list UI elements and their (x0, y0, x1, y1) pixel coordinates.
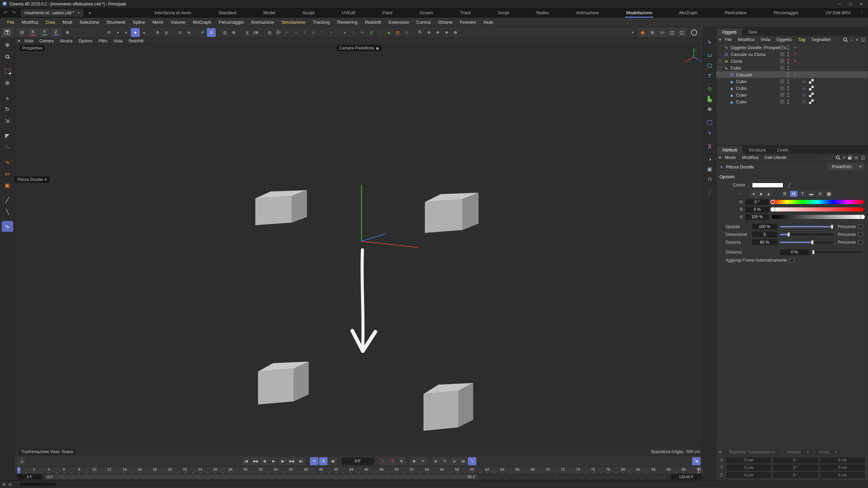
particle-force-icon[interactable]: ∗ (442, 28, 451, 37)
key-filter-button[interactable]: ╲ (468, 457, 476, 465)
vp-menu-opzioni[interactable]: Opzioni (75, 39, 95, 43)
search-icon[interactable] (843, 38, 847, 41)
picker-wheel-icon[interactable]: ● (750, 191, 757, 197)
menu-tracking[interactable]: Tracking (309, 18, 333, 26)
hsv-gradient-slider[interactable] (772, 207, 864, 211)
menu-personaggio[interactable]: Personaggio (215, 18, 247, 26)
ring-selection-icon[interactable]: ◎ (220, 28, 229, 37)
slider-knob[interactable] (770, 207, 775, 212)
menu-crea[interactable]: Crea (42, 18, 59, 26)
spline-primitive-icon[interactable]: ▭ (2, 168, 13, 179)
workspace-overflow-icon[interactable]: ⋮ (857, 10, 866, 15)
space-dropdown[interactable]: Globale▼ (784, 449, 813, 455)
layer-toggle-icon[interactable]: ╱ (780, 72, 785, 77)
object-tree-empty[interactable] (716, 106, 868, 145)
workspace-tab-personaggio[interactable]: Personaggio (771, 8, 801, 17)
visibility-dots-icon[interactable] (787, 45, 789, 50)
cloner-icon[interactable]: ⊙ (705, 84, 715, 94)
show-keys-button[interactable]: A (319, 457, 328, 465)
object-label[interactable]: Cubo (731, 65, 741, 70)
visibility-dots-icon[interactable] (787, 66, 789, 70)
range-start-field[interactable]: 0 F (17, 474, 42, 480)
navigate-camera-icon[interactable]: ⊕ (2, 39, 13, 50)
tab-struttura[interactable]: Struttura (743, 146, 771, 154)
edges-mode-icon[interactable]: ◑ (113, 28, 122, 37)
close-tab-icon[interactable]: × (78, 11, 80, 15)
hierarchy-icon[interactable]: ⊨ (283, 28, 292, 37)
slider-track[interactable] (780, 226, 834, 227)
coord-rotation-field[interactable]: 0 ° (773, 472, 818, 478)
workspace-tab-modellazione[interactable]: Modellazione (624, 8, 655, 17)
null-object-icon[interactable]: ↳ (705, 128, 715, 137)
layer-toggle-icon[interactable]: ╱ (780, 86, 785, 90)
particle-emitter-icon[interactable]: ∗ (425, 28, 433, 37)
eyedropper-icon[interactable]: ╱ (788, 183, 791, 188)
live-selection-icon[interactable] (2, 66, 13, 77)
save-button[interactable] (1, 28, 13, 37)
layer-toggle-icon[interactable]: ╱ (780, 93, 785, 97)
menu-volume[interactable]: Volume (167, 18, 189, 26)
workspace-tab-sculpt[interactable]: Sculpt (300, 8, 317, 17)
back-icon[interactable]: ← (816, 155, 821, 160)
menu-modi[interactable]: Modi (59, 18, 76, 26)
document-tab[interactable]: movimento ef...uatore.c4d * × (21, 9, 83, 17)
grid-snap-icon[interactable]: # (207, 28, 216, 37)
render-region-icon[interactable]: + (628, 28, 637, 37)
texture-tag-icon[interactable] (809, 93, 814, 97)
workspace-tab-uvedit[interactable]: UVEdit (339, 8, 358, 17)
content-browser-icon[interactable]: ⊟ (18, 28, 26, 37)
attr-menu-modo[interactable]: Modo (722, 155, 739, 160)
workspace-tab-interfaccia[interactable]: Interfaccia di Avvio (152, 8, 194, 17)
coord-position-field[interactable]: 0 cm (726, 472, 771, 478)
workspace-tab-script[interactable]: Script (495, 8, 512, 17)
vp-menu-mostra[interactable]: Mostra (57, 39, 76, 43)
viewport-menu-icon[interactable]: ≡ (18, 38, 20, 43)
hsv-value-field[interactable]: 0 % (745, 207, 769, 212)
render-view-button[interactable]: ◉ (638, 28, 647, 37)
rig-icon[interactable]: ⋔ (309, 28, 318, 37)
distance-value-field[interactable]: 0 % (780, 249, 809, 255)
menu-spline[interactable]: Spline (129, 18, 149, 26)
next-key-button[interactable]: ▶◆ (288, 457, 296, 465)
target-weld-icon[interactable]: ◎ (265, 28, 274, 37)
tab-oggetti[interactable]: Oggetti (717, 28, 742, 36)
timeline-ruler[interactable]: 0246810121416182022242628303234363840424… (15, 467, 703, 473)
auto-frame-checkbox[interactable] (790, 258, 794, 263)
vp-menu-redshift[interactable]: Redshift (125, 39, 146, 43)
workplane-mode-icon[interactable]: ▣ (162, 28, 171, 37)
x-axis-lock-button[interactable]: X (28, 28, 38, 37)
key-rotation-button[interactable]: ↻ (440, 457, 449, 465)
symmetry-settings-icon[interactable]: (⊛ (252, 28, 260, 37)
menu-file[interactable]: File (3, 18, 18, 26)
pressure-checkbox[interactable] (859, 224, 863, 229)
goto-start-button[interactable]: |◀ (242, 457, 250, 465)
mirror-tool-icon[interactable]: )( (367, 28, 376, 37)
menu-mograph[interactable]: MoGraph (189, 18, 215, 26)
slider-value-field[interactable]: 60 % (752, 239, 777, 245)
menu-redshift[interactable]: Redshift (361, 18, 385, 26)
spline-rectangle-icon[interactable]: ▭ (705, 50, 715, 60)
om-menu-tag[interactable]: Tag (795, 37, 808, 42)
polygons-mode-icon[interactable]: ◐ (122, 28, 131, 37)
phong-tag-icon[interactable]: ⌐ (802, 86, 806, 90)
menu-simulazione[interactable]: Simulazione (278, 18, 309, 26)
set-keyframe-button[interactable]: ◇ (18, 457, 26, 465)
layer-toggle-icon[interactable]: ╱ (780, 45, 785, 50)
color-mode-gradient-button[interactable]: ▬ (808, 191, 815, 197)
texture-tag-icon[interactable] (809, 99, 814, 104)
distance-slider[interactable] (812, 251, 863, 253)
color-mode-swatch-button[interactable]: ▦ (825, 191, 833, 197)
slider-knob[interactable] (812, 250, 814, 255)
enabled-check-icon[interactable]: ✓ (793, 72, 797, 77)
target-icon[interactable]: ◎ (854, 155, 858, 160)
expand-panel-icon[interactable]: ◱ (861, 37, 865, 42)
slider-knob[interactable] (861, 215, 865, 219)
coord-position-field[interactable]: 0 cm (726, 457, 771, 463)
attr-menu-icon[interactable]: ≡ (719, 155, 721, 160)
slider-knob[interactable] (831, 224, 833, 229)
menu-mesh[interactable]: Mesh (149, 18, 167, 26)
symmetry-object-icon[interactable]: )( (705, 141, 715, 150)
keyframe-settings-button[interactable]: ⊛ (397, 457, 406, 465)
hsv-value-field[interactable]: 0 ° (745, 199, 769, 205)
goto-end-button[interactable]: ▶| (297, 457, 305, 465)
